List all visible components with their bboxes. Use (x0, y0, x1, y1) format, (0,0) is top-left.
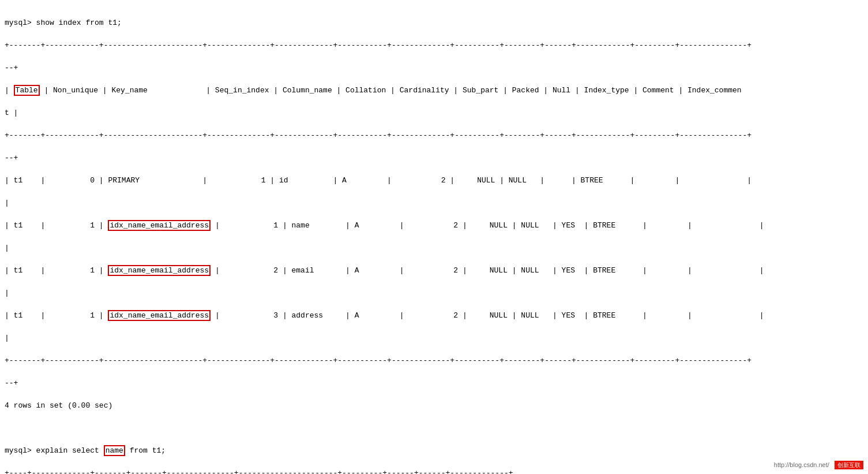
data-row3: | t1 | 1 | idx_name_email_address | 2 | … (5, 265, 863, 277)
command-explain1: mysql> explain select name from t1; (5, 445, 863, 457)
table-header: Table (14, 85, 40, 96)
data-row4b: | (5, 333, 863, 344)
sep4: +----+-------------+-------+-------+----… (5, 468, 863, 475)
sep2: +-------+------------+------------------… (5, 130, 863, 141)
blank1 (5, 423, 863, 434)
data-row1: | t1 | 0 | PRIMARY | 1 | id | A | 2 | NU… (5, 175, 863, 186)
col-name-highlight: name (104, 445, 125, 456)
sep3b: --+ (5, 378, 863, 389)
data-row2: | t1 | 1 | idx_name_email_address | 1 | … (5, 220, 863, 232)
watermark-logo: 创新互联 (835, 461, 863, 469)
idx-highlight-3: idx_name_email_address (108, 310, 211, 321)
idx-highlight-1: idx_name_email_address (108, 220, 211, 231)
idx-highlight-2: idx_name_email_address (108, 265, 211, 276)
data-row2b: | (5, 242, 863, 254)
data-row4: | t1 | 1 | idx_name_email_address | 3 | … (5, 310, 863, 322)
terminal-output: mysql> show index from t1; +-------+----… (5, 6, 863, 474)
sep1b: --+ (5, 62, 863, 74)
watermark: http://blog.csdn.net/ 创新互联 (774, 460, 863, 470)
result1: 4 rows in set (0.00 sec) (5, 400, 863, 412)
sep2b: --+ (5, 152, 863, 164)
watermark-url: http://blog.csdn.net/ (774, 461, 829, 468)
data-row3b: | (5, 288, 863, 299)
header-cont: t | (5, 107, 863, 119)
data-row1b: | (5, 197, 863, 209)
sep3: +-------+------------+------------------… (5, 355, 863, 367)
sep1: +-------+------------+------------------… (5, 40, 863, 51)
header-row: | Table | Non_unique | Key_name | Seq_in… (5, 85, 863, 96)
command-show-index: mysql> show index from t1; (5, 17, 863, 29)
